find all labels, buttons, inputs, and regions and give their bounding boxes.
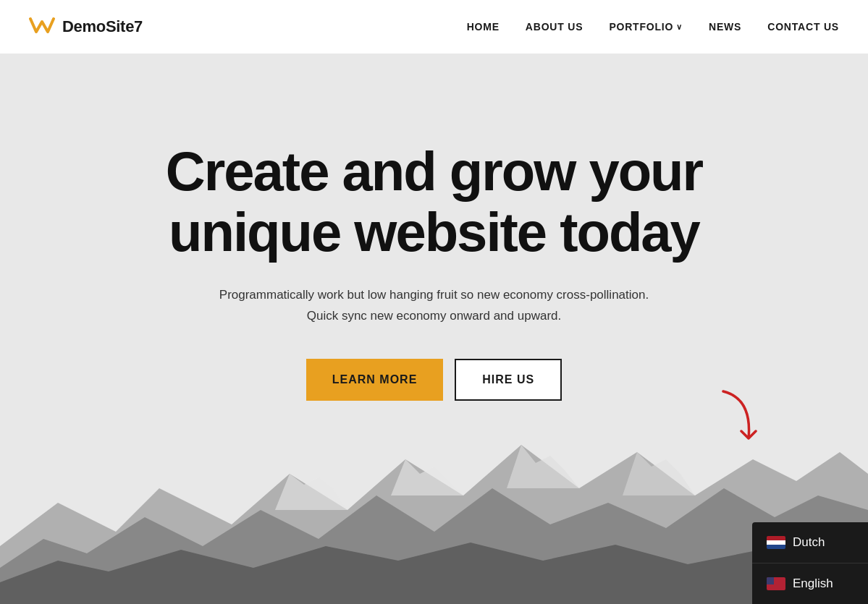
lang-english[interactable]: English [752,563,868,604]
red-arrow-icon [709,384,767,456]
nav-home[interactable]: HOME [467,21,500,33]
hero-title: Create and grow your unique website toda… [166,141,702,262]
hero-buttons: LEARN MORE HIRE US [166,359,702,401]
main-nav: HOME ABOUT US PORTFOLIO ∨ NEWS CONTACT U… [467,21,839,33]
hire-us-button[interactable]: HIRE US [455,359,562,401]
hero-content: Create and grow your unique website toda… [166,141,702,401]
portfolio-chevron-icon: ∨ [676,22,683,32]
hero-subtitle: Programmatically work but low hanging fr… [216,285,651,327]
site-header: DemoSite7 HOME ABOUT US PORTFOLIO ∨ NEWS… [0,0,868,54]
dutch-label: Dutch [793,535,825,550]
arrow-annotation [709,384,767,459]
english-label: English [793,577,833,591]
logo-text: DemoSite7 [62,17,143,36]
nav-portfolio[interactable]: PORTFOLIO ∨ [609,21,683,33]
logo-icon [29,16,55,38]
nav-news[interactable]: NEWS [709,21,741,33]
learn-more-button[interactable]: LEARN MORE [306,359,444,401]
language-dropdown: Dutch English [752,522,868,604]
nav-about-us[interactable]: ABOUT US [526,21,583,33]
logo-area[interactable]: DemoSite7 [29,16,143,38]
hero-section: Create and grow your unique website toda… [0,54,868,604]
english-flag-icon [767,577,785,590]
lang-dutch[interactable]: Dutch [752,522,868,563]
nav-contact-us[interactable]: CONTACT US [767,21,839,33]
dutch-flag-icon [767,536,785,549]
